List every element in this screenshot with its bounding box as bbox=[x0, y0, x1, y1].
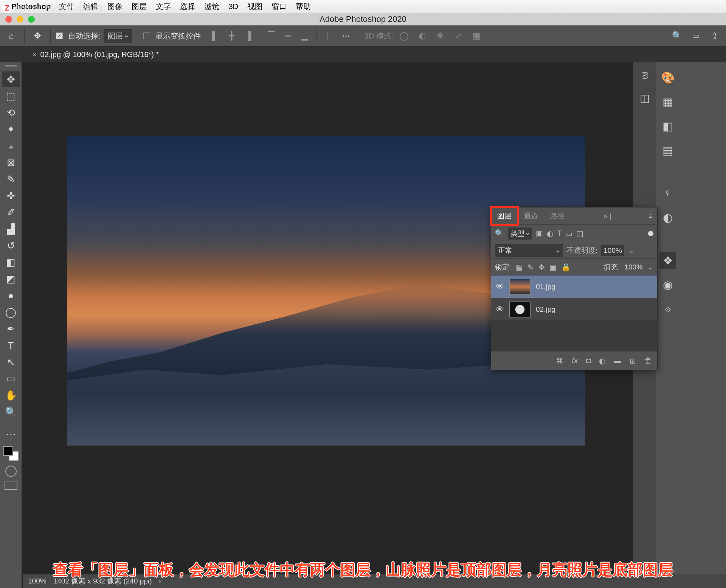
patterns-panel-icon[interactable]: ▤ bbox=[659, 142, 676, 158]
hand-tool[interactable]: ✋ bbox=[2, 387, 20, 403]
tab-channels[interactable]: 通道 bbox=[518, 207, 544, 225]
dodge-tool[interactable]: ◯ bbox=[2, 304, 20, 320]
panel-menu-icon[interactable]: ≡ bbox=[644, 212, 657, 220]
history-brush-tool[interactable]: ↺ bbox=[2, 238, 20, 254]
more-align-icon[interactable]: ⋯ bbox=[338, 28, 354, 43]
lock-pixels-icon[interactable]: ✎ bbox=[527, 263, 534, 272]
paths-panel-icon[interactable]: ⟐ bbox=[659, 300, 676, 317]
eyedropper-tool[interactable]: ✎ bbox=[2, 171, 20, 187]
fill-value[interactable]: 100% bbox=[624, 263, 643, 271]
quick-mask-icon[interactable] bbox=[5, 466, 17, 477]
healing-tool[interactable]: ✜ bbox=[2, 188, 20, 204]
menu-window[interactable]: 窗口 bbox=[271, 2, 287, 12]
lock-artboard-icon[interactable]: ▣ bbox=[549, 263, 557, 272]
filter-smart-icon[interactable]: ◫ bbox=[576, 229, 583, 238]
fx-icon[interactable]: fx bbox=[572, 356, 578, 365]
layers-panel-icon[interactable]: ❖ bbox=[659, 252, 676, 269]
zoom-tool[interactable]: 🔍 bbox=[2, 404, 20, 420]
filter-type-icon[interactable]: T bbox=[557, 229, 562, 238]
layer-name[interactable]: 02.jpg bbox=[536, 305, 555, 314]
visibility-icon[interactable]: 👁 bbox=[496, 282, 504, 292]
group-icon[interactable]: ▬ bbox=[614, 356, 621, 365]
opacity-value[interactable]: 100% bbox=[601, 245, 624, 256]
filter-toggle[interactable] bbox=[648, 231, 653, 236]
bulb-panel-icon[interactable]: ♀ bbox=[659, 185, 676, 201]
blur-tool[interactable]: ● bbox=[2, 288, 20, 303]
layer-name[interactable]: 01.jpg bbox=[536, 283, 555, 291]
menu-filter[interactable]: 滤镜 bbox=[204, 2, 219, 12]
menu-type[interactable]: 文字 bbox=[156, 2, 171, 12]
layer-thumbnail[interactable] bbox=[509, 302, 531, 317]
align-right-icon[interactable]: ▐ bbox=[241, 28, 256, 43]
share-icon[interactable]: ⇪ bbox=[707, 28, 722, 43]
new-layer-icon[interactable]: ⊞ bbox=[630, 356, 636, 365]
lock-all-icon[interactable]: 🔒 bbox=[561, 263, 571, 272]
gradient-tool[interactable]: ◩ bbox=[2, 271, 20, 287]
align-bottom-icon[interactable]: ▁ bbox=[297, 28, 312, 43]
stamp-tool[interactable]: ▟ bbox=[2, 221, 20, 237]
distribute-icon[interactable]: ⋮ bbox=[320, 28, 335, 43]
screen-mode-icon[interactable] bbox=[5, 481, 17, 490]
layer-row[interactable]: 👁 01.jpg bbox=[491, 275, 657, 298]
frame-tool[interactable]: ⊠ bbox=[2, 155, 20, 170]
adjust-panel-icon[interactable]: ◐ bbox=[659, 209, 676, 226]
properties-icon[interactable]: ⎚ bbox=[642, 69, 648, 81]
layer-row[interactable]: 👁 02.jpg bbox=[491, 298, 657, 321]
fill-label: 填充: bbox=[603, 262, 620, 272]
crop-tool[interactable]: ⟁ bbox=[2, 138, 20, 154]
lasso-tool[interactable]: ⟲ bbox=[2, 105, 20, 121]
home-button[interactable]: ⌂ bbox=[4, 28, 19, 43]
swatches-panel-icon[interactable]: ▦ bbox=[659, 93, 676, 110]
align-hcenter-icon[interactable]: ╋ bbox=[224, 28, 239, 43]
toolbox-grip[interactable] bbox=[5, 65, 17, 68]
align-top-icon[interactable]: ▔ bbox=[264, 28, 279, 43]
type-tool[interactable]: T bbox=[2, 337, 20, 353]
menu-select[interactable]: 选择 bbox=[180, 2, 195, 12]
panel-expand-icon[interactable]: » | bbox=[599, 212, 616, 220]
color-panel-icon[interactable]: 🎨 bbox=[659, 69, 676, 86]
adjustment-layer-icon[interactable]: ◐ bbox=[599, 356, 605, 365]
link-layers-icon[interactable]: ⌘ bbox=[556, 356, 563, 365]
eraser-tool[interactable]: ◧ bbox=[2, 254, 20, 270]
menu-3d[interactable]: 3D bbox=[228, 2, 238, 11]
rectangle-tool[interactable]: ▭ bbox=[2, 371, 20, 387]
blend-mode-dropdown[interactable]: 正常 bbox=[495, 244, 563, 257]
show-transform-checkbox[interactable] bbox=[143, 32, 150, 39]
filter-type-dropdown[interactable]: 类型 bbox=[508, 227, 532, 240]
path-select-tool[interactable]: ↖ bbox=[2, 354, 20, 370]
visibility-icon[interactable]: 👁 bbox=[496, 305, 504, 314]
move-tool[interactable]: ✥ bbox=[2, 71, 20, 87]
menu-image[interactable]: 图像 bbox=[107, 2, 123, 12]
brush-tool[interactable]: ✐ bbox=[2, 204, 20, 220]
filter-adjust-icon[interactable]: ◐ bbox=[547, 229, 553, 238]
tab-layers[interactable]: 图层 bbox=[491, 207, 518, 225]
marquee-tool[interactable]: ⬚ bbox=[2, 88, 20, 104]
lock-position-icon[interactable]: ✥ bbox=[538, 263, 545, 272]
auto-select-checkbox[interactable]: ✓ bbox=[56, 32, 63, 39]
menu-help[interactable]: 帮助 bbox=[296, 2, 311, 12]
close-tab-icon[interactable]: × bbox=[33, 51, 37, 59]
workspace-icon[interactable]: ▭ bbox=[688, 28, 703, 43]
layer-thumbnail[interactable] bbox=[509, 279, 531, 295]
quick-select-tool[interactable]: ✦ bbox=[2, 121, 20, 137]
auto-select-dropdown[interactable]: 图层 bbox=[104, 29, 132, 43]
channels-panel-icon[interactable]: ◉ bbox=[659, 276, 676, 293]
search-icon[interactable]: 🔍 bbox=[669, 28, 684, 43]
move-tool-icon[interactable]: ✥ bbox=[30, 28, 45, 43]
delete-layer-icon[interactable]: 🗑 bbox=[644, 356, 652, 365]
libraries-icon[interactable]: ◫ bbox=[640, 92, 650, 104]
edit-toolbar-icon[interactable]: ⋯ bbox=[2, 426, 20, 442]
mask-icon[interactable]: ◘ bbox=[586, 356, 591, 365]
menu-view[interactable]: 视图 bbox=[247, 2, 262, 12]
filter-shape-icon[interactable]: ▭ bbox=[565, 229, 572, 238]
tab-paths[interactable]: 路径 bbox=[544, 207, 571, 225]
menu-layer[interactable]: 图层 bbox=[132, 2, 147, 12]
lock-transparency-icon[interactable]: ▦ bbox=[516, 263, 523, 272]
gradients-panel-icon[interactable]: ◧ bbox=[659, 118, 676, 134]
pen-tool[interactable]: ✒ bbox=[2, 321, 20, 337]
document-tab[interactable]: × 02.jpg @ 100% (01.jpg, RGB/16*) * bbox=[26, 47, 165, 62]
align-left-icon[interactable]: ▌ bbox=[208, 28, 223, 43]
color-swatches[interactable] bbox=[3, 446, 19, 461]
align-vcenter-icon[interactable]: ═ bbox=[281, 28, 296, 43]
filter-pixel-icon[interactable]: ▣ bbox=[536, 229, 543, 238]
